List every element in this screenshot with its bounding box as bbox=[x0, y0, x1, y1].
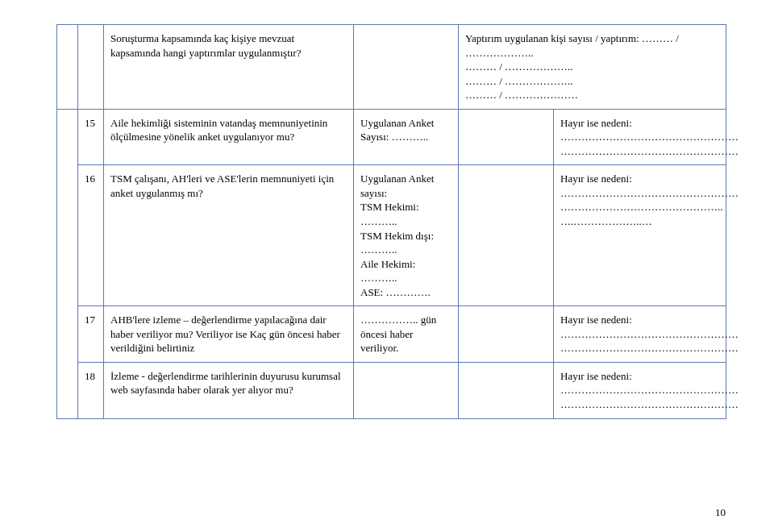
cell-blank bbox=[57, 25, 78, 110]
table-row: 18 İzleme - değerlendirme tarihlerinin d… bbox=[57, 362, 726, 418]
cell-blank bbox=[459, 362, 554, 418]
table-row: 17 AHB'lere izleme – değerlendirme yapıl… bbox=[57, 306, 726, 363]
cell-blank bbox=[354, 362, 459, 418]
row-number: 16 bbox=[78, 165, 104, 306]
table-row: 15 Aile hekimliği sisteminin vatandaş me… bbox=[57, 109, 726, 165]
cell-blank bbox=[354, 25, 459, 110]
row-number: 15 bbox=[78, 109, 104, 165]
col3-text: Uygulanan Anket Sayısı: ……….. bbox=[360, 117, 434, 143]
row-number: 18 bbox=[78, 362, 104, 418]
sanction-cell: Yaptırım uygulanan kişi sayısı / yaptırı… bbox=[459, 25, 726, 110]
col3-text: …………….. gün öncesi haber veriliyor. bbox=[360, 314, 436, 354]
question-text: İzleme - değerlendirme tarihlerinin duyu… bbox=[110, 370, 341, 397]
reason-text: Hayır ise nedeni:……………………………………………………………… bbox=[560, 117, 739, 157]
col3-cell: …………….. gün öncesi haber veriliyor. bbox=[354, 306, 459, 363]
cell-blank bbox=[459, 109, 554, 165]
table-row: 16 TSM çalışanı, AH'leri ve ASE'lerin me… bbox=[57, 165, 726, 306]
reason-text: Hayır ise nedeni:……………………………………………………………… bbox=[560, 172, 739, 227]
cell-blank bbox=[459, 165, 554, 306]
question-cell: İzleme - değerlendirme tarihlerinin duyu… bbox=[104, 362, 354, 418]
reason-text: Hayır ise nedeni:……………………………………………………………… bbox=[560, 370, 739, 410]
cell-blank bbox=[57, 109, 78, 418]
question-cell: AHB'lere izleme – değerlendirme yapılaca… bbox=[104, 306, 354, 363]
cell-blank bbox=[78, 25, 104, 110]
row-number: 17 bbox=[78, 306, 104, 363]
table-row: Soruşturma kapsamında kaç kişiye mevzuat… bbox=[57, 25, 726, 110]
cell-blank bbox=[459, 306, 554, 363]
reason-cell: Hayır ise nedeni:……………………………………………………………… bbox=[554, 165, 726, 306]
page-number: 10 bbox=[715, 506, 726, 519]
reason-cell: Hayır ise nedeni:……………………………………………………………… bbox=[554, 362, 726, 418]
col3-text: Uygulanan Anket sayısı:TSM Hekimi: ………..… bbox=[360, 172, 434, 297]
question-cell: Soruşturma kapsamında kaç kişiye mevzuat… bbox=[104, 25, 354, 110]
question-text: TSM çalışanı, AH'leri ve ASE'lerin memnu… bbox=[110, 172, 334, 199]
reason-text: Hayır ise nedeni:……………………………………………………………… bbox=[560, 314, 739, 354]
col3-cell: Uygulanan Anket sayısı:TSM Hekimi: ………..… bbox=[354, 165, 459, 306]
question-text: AHB'lere izleme – değerlendirme yapılaca… bbox=[110, 314, 340, 354]
reason-cell: Hayır ise nedeni:……………………………………………………………… bbox=[554, 109, 726, 165]
question-text: Soruşturma kapsamında kaç kişiye mevzuat… bbox=[110, 32, 301, 59]
question-text: Aile hekimliği sisteminin vatandaş memnu… bbox=[110, 117, 327, 143]
question-cell: TSM çalışanı, AH'leri ve ASE'lerin memnu… bbox=[104, 165, 354, 306]
sanction-text: Yaptırım uygulanan kişi sayısı / yaptırı… bbox=[465, 32, 679, 101]
question-cell: Aile hekimliği sisteminin vatandaş memnu… bbox=[104, 109, 354, 165]
col3-cell: Uygulanan Anket Sayısı: ……….. bbox=[354, 109, 459, 165]
reason-cell: Hayır ise nedeni:……………………………………………………………… bbox=[554, 306, 726, 363]
form-table: Soruşturma kapsamında kaç kişiye mevzuat… bbox=[56, 24, 726, 419]
